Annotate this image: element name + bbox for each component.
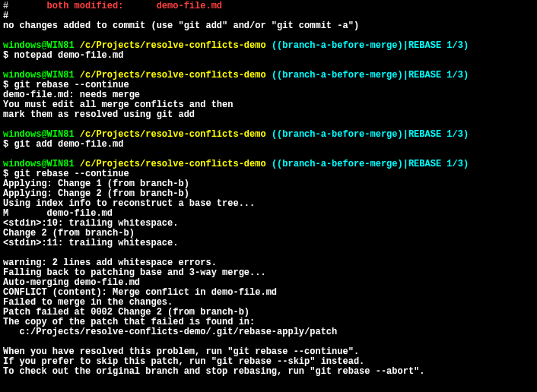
- prompt-user: windows@WIN81: [3, 40, 75, 51]
- output-line: Auto-merging demo-file.md: [3, 277, 140, 288]
- command-rebase-continue: $ git rebase --continue: [3, 80, 129, 90]
- output-line: You must edit all merge conflicts and th…: [3, 100, 233, 110]
- command-rebase-continue2: $ git rebase --continue: [3, 169, 129, 179]
- output-line: Patch failed at 0002 Change 2 (from bran…: [3, 307, 249, 318]
- output-hint: If you prefer to skip this patch, run "g…: [3, 356, 364, 367]
- output-conflict: CONFLICT (content): Merge conflict in de…: [3, 287, 277, 298]
- output-patch-path: c:/Projects/resolve-conflicts-demo/.git/…: [3, 327, 337, 337]
- output-line: Using index info to reconstruct a base t…: [3, 198, 255, 209]
- status-hash: #: [3, 1, 47, 11]
- output-line: M demo-file.md: [3, 208, 113, 219]
- output-warning: warning: 2 lines add whitespace errors.: [3, 258, 217, 268]
- prompt-branch: ((branch-a-before-merge)|REBASE 1/3): [272, 159, 469, 169]
- output-line: The copy of the patch that failed is fou…: [3, 317, 255, 327]
- output-hint: When you have resolved this problem, run…: [3, 346, 359, 357]
- prompt-path: /c/Projects/resolve-conflicts-demo: [75, 40, 272, 51]
- terminal[interactable]: # both modified: demo-file.md # no chang…: [0, 0, 537, 392]
- output-hint: To check out the original branch and sto…: [3, 366, 425, 377]
- prompt-path: /c/Projects/resolve-conflicts-demo: [75, 159, 272, 169]
- output-line: <stdin>:10: trailing whitespace.: [3, 218, 178, 229]
- output-applying: Applying: Change 2 (from branch-b): [3, 188, 189, 199]
- status-no-changes: no changes added to commit (use "git add…: [3, 21, 359, 31]
- output-line: Change 2 (from branch-b): [3, 228, 135, 239]
- prompt-branch: ((branch-a-before-merge)|REBASE 1/3): [272, 40, 469, 51]
- command-notepad: $ notepad demo-file.md: [3, 50, 123, 61]
- output-applying: Applying: Change 1 (from branch-b): [3, 179, 189, 189]
- prompt-branch: ((branch-a-before-merge)|REBASE 1/3): [272, 129, 469, 140]
- output-line: mark them as resolved using git add: [3, 109, 195, 120]
- status-hash2: #: [3, 11, 8, 21]
- prompt-path: /c/Projects/resolve-conflicts-demo: [75, 129, 272, 140]
- output-line: Falling back to patching base and 3-way …: [3, 267, 266, 278]
- output-needs-merge: demo-file.md: needs merge: [3, 90, 140, 100]
- prompt-user: windows@WIN81: [3, 129, 75, 140]
- output-line: Failed to merge in the changes.: [3, 297, 173, 308]
- prompt-branch: ((branch-a-before-merge)|REBASE 1/3): [272, 70, 469, 81]
- prompt-path: /c/Projects/resolve-conflicts-demo: [75, 70, 272, 81]
- output-line: <stdin>:11: trailing whitespace.: [3, 238, 178, 248]
- status-both-modified: both modified: demo-file.md: [47, 1, 222, 11]
- prompt-user: windows@WIN81: [3, 70, 75, 81]
- command-git-add: $ git add demo-file.md: [3, 139, 123, 150]
- prompt-user: windows@WIN81: [3, 159, 75, 169]
